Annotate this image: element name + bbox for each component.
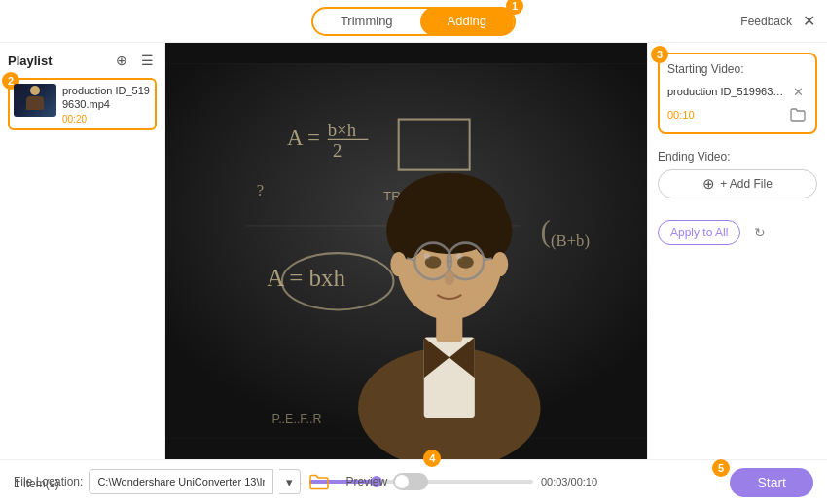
file-location-row: ▾ 4: [89, 469, 301, 494]
starting-video-label: Starting Video:: [667, 62, 808, 76]
tab-trimming-label: Trimming: [341, 14, 393, 28]
playlist-add-icon[interactable]: ⊕: [112, 51, 131, 70]
preview-row: Preview: [345, 473, 428, 490]
toggle-knob: [395, 475, 409, 488]
start-button[interactable]: Start: [730, 468, 813, 497]
starting-file-name: production ID_5199630....: [667, 86, 788, 97]
start-label: Start: [757, 475, 786, 490]
starting-clear-icon[interactable]: ✕: [788, 82, 808, 101]
starting-folder-icon[interactable]: [788, 105, 808, 125]
bottom-bar: 1 item(s) ◀◀ ▶ ▶▶ 00:03/00:10 File Locat…: [0, 459, 827, 504]
tab-adding-label: Adding: [448, 14, 486, 28]
folder-open-icon[interactable]: [306, 469, 332, 494]
file-location-input[interactable]: [89, 469, 273, 494]
start-badge: 5: [712, 459, 730, 477]
svg-point-41: [492, 252, 509, 276]
svg-text:(: (: [541, 214, 551, 248]
chevron-down-icon: ▾: [286, 475, 293, 489]
playlist-thumbnail: [14, 84, 56, 117]
main-layout: Playlist ⊕ ☰ 2 production ID_5199630.mp4…: [0, 43, 827, 459]
tab-adding[interactable]: Adding 1: [420, 7, 514, 36]
playlist-title: Playlist: [8, 54, 53, 68]
preview-label: Preview: [345, 475, 387, 488]
apply-all-button[interactable]: Apply to All: [658, 220, 740, 245]
tab-adding-badge: 1: [506, 0, 523, 15]
svg-point-39: [445, 271, 454, 286]
video-display: A = b×h 2 ? TRAPE... A = bxh (B+b) ( B: [165, 43, 647, 459]
preview-toggle[interactable]: [393, 473, 428, 490]
playlist-header: Playlist ⊕ ☰: [8, 51, 157, 70]
close-icon[interactable]: ✕: [803, 12, 815, 30]
playlist-item[interactable]: 2 production ID_5199630.mp4 00:20: [8, 78, 157, 130]
svg-text:A = bxh: A = bxh: [267, 265, 345, 291]
playlist-list-icon[interactable]: ☰: [137, 51, 157, 70]
apply-row: Apply to All ↻: [658, 220, 817, 245]
svg-text:(B+b): (B+b): [551, 232, 590, 250]
svg-text:b×h: b×h: [328, 120, 357, 140]
playlist-item-info: production ID_5199630.mp4 00:20: [62, 84, 151, 125]
file-location-label: File Location:: [14, 475, 83, 488]
playlist-item-duration: 00:20: [62, 114, 151, 125]
add-file-label: + Add File: [720, 177, 773, 191]
svg-text:A =: A =: [287, 126, 320, 150]
center-panel: A = b×h 2 ? TRAPE... A = bxh (B+b) ( B: [165, 43, 647, 459]
ending-video-label: Ending Video:: [658, 150, 817, 163]
refresh-icon[interactable]: ↻: [748, 221, 772, 244]
ending-video-section: Ending Video: ⊕ + Add File: [658, 150, 817, 198]
svg-text:P..E..F..R: P..E..F..R: [271, 413, 321, 426]
file-location-area: File Location: ▾ 4 Preview: [14, 469, 428, 494]
starting-file-row: production ID_5199630.... ✕: [667, 82, 808, 101]
apply-all-label: Apply to All: [670, 226, 728, 239]
add-file-button[interactable]: ⊕ + Add File: [658, 169, 817, 198]
svg-point-29: [421, 183, 478, 224]
dropdown-button[interactable]: ▾: [279, 469, 301, 494]
starting-video-section: 3 Starting Video: production ID_5199630.…: [658, 53, 817, 134]
add-circle-icon: ⊕: [702, 175, 715, 193]
svg-point-38: [456, 253, 462, 259]
svg-text:2: 2: [333, 140, 342, 161]
feedback-link[interactable]: Feedback: [740, 15, 792, 28]
starting-badge: 3: [651, 46, 668, 63]
starting-duration: 00:10: [667, 109, 695, 121]
svg-point-37: [424, 253, 430, 259]
svg-point-40: [390, 252, 407, 276]
playlist-icons: ⊕ ☰: [112, 51, 157, 70]
right-panel: 3 Starting Video: production ID_5199630.…: [647, 43, 827, 459]
playlist-item-name: production ID_5199630.mp4: [62, 84, 151, 112]
tab-trimming[interactable]: Trimming: [313, 7, 420, 36]
svg-text:?: ?: [257, 181, 264, 199]
top-bar: Trimming Adding 1 Feedback ✕: [0, 0, 827, 43]
video-area: A = b×h 2 ? TRAPE... A = bxh (B+b) ( B: [165, 43, 647, 459]
tab-group: Trimming Adding 1: [311, 7, 516, 36]
time-display: 00:03/00:10: [541, 476, 597, 487]
left-panel: Playlist ⊕ ☰ 2 production ID_5199630.mp4…: [0, 43, 165, 459]
